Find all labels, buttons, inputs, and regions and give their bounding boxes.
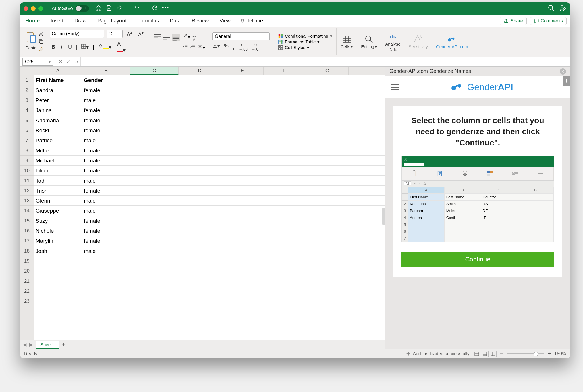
editing-group[interactable]: Editing ▾ xyxy=(357,34,381,49)
cell[interactable] xyxy=(300,276,343,286)
cell[interactable] xyxy=(215,236,258,246)
cell[interactable] xyxy=(258,186,300,195)
cell[interactable] xyxy=(258,276,300,286)
cell[interactable] xyxy=(300,206,343,216)
cell[interactable]: Becki xyxy=(34,125,82,135)
cell[interactable] xyxy=(173,145,215,155)
enter-formula-icon[interactable]: ✓ xyxy=(66,59,70,64)
cell[interactable] xyxy=(130,296,173,306)
align-bottom-icon[interactable] xyxy=(172,34,180,41)
zoom-level[interactable]: 150% xyxy=(554,351,566,356)
increase-indent-icon[interactable] xyxy=(190,44,195,51)
cell[interactable] xyxy=(34,276,82,286)
cell[interactable]: Josh xyxy=(34,246,82,256)
cell[interactable]: male xyxy=(82,135,130,145)
column-header[interactable]: F xyxy=(264,67,306,75)
comma-format-icon[interactable]: , xyxy=(233,43,235,51)
row-header[interactable]: 11 xyxy=(20,176,34,186)
cell[interactable] xyxy=(173,216,215,226)
cell[interactable] xyxy=(130,115,173,125)
cut-icon[interactable] xyxy=(38,31,44,37)
info-badge-icon[interactable]: i xyxy=(563,76,570,86)
number-format-select[interactable] xyxy=(212,32,270,40)
cell[interactable] xyxy=(173,75,215,85)
align-top-icon[interactable] xyxy=(153,34,161,41)
cell[interactable] xyxy=(130,156,173,165)
row-header[interactable]: 22 xyxy=(20,286,34,296)
cell[interactable] xyxy=(173,246,215,256)
font-size-select[interactable] xyxy=(107,30,123,38)
autosave-toggle[interactable]: OFF xyxy=(75,5,89,12)
zoom-out-button[interactable]: − xyxy=(500,350,503,357)
cell[interactable] xyxy=(215,266,258,276)
italic-button[interactable]: I xyxy=(59,44,64,51)
cell[interactable] xyxy=(300,135,343,145)
cell[interactable] xyxy=(173,166,215,175)
normal-view-icon[interactable] xyxy=(473,351,480,357)
decrease-decimal-icon[interactable]: .00→.0 xyxy=(252,43,258,51)
row-header[interactable]: 16 xyxy=(20,226,34,236)
row-header[interactable]: 3 xyxy=(20,95,34,105)
row-header[interactable]: 9 xyxy=(20,156,34,166)
cell[interactable]: female xyxy=(82,125,130,135)
align-middle-icon[interactable] xyxy=(163,34,171,41)
ribbon-tab-insert[interactable]: Insert xyxy=(49,15,65,26)
cell[interactable]: female xyxy=(82,226,130,236)
cell[interactable] xyxy=(258,206,300,216)
formula-bar[interactable] xyxy=(80,57,570,66)
ribbon-tab-data[interactable]: Data xyxy=(168,15,182,26)
align-left-icon[interactable] xyxy=(153,42,161,50)
cell[interactable] xyxy=(215,196,258,205)
cell[interactable] xyxy=(130,256,173,266)
cell[interactable] xyxy=(130,236,173,246)
cell[interactable]: Mittie xyxy=(34,145,82,155)
font-color-button[interactable]: A▾ xyxy=(115,40,127,54)
name-box[interactable]: C25▾ xyxy=(22,58,53,66)
cell[interactable]: female xyxy=(82,145,130,155)
bold-button[interactable]: B xyxy=(50,44,57,51)
cell[interactable]: Peter xyxy=(34,95,82,105)
cell[interactable] xyxy=(300,236,343,246)
cell[interactable] xyxy=(258,296,300,306)
cell[interactable] xyxy=(215,95,258,105)
cell[interactable] xyxy=(130,145,173,155)
cell[interactable] xyxy=(130,276,173,286)
cell[interactable] xyxy=(130,286,173,296)
cell[interactable] xyxy=(130,186,173,195)
format-painter-icon[interactable] xyxy=(38,46,44,53)
cell[interactable]: female xyxy=(82,156,130,165)
column-header[interactable]: A xyxy=(34,67,82,75)
cell[interactable] xyxy=(258,246,300,256)
undo-icon[interactable] xyxy=(134,5,140,12)
cell[interactable] xyxy=(130,85,173,95)
column-header[interactable]: G xyxy=(306,67,349,75)
row-header[interactable]: 8 xyxy=(20,145,34,156)
continue-button[interactable]: Continue xyxy=(401,252,554,267)
cell[interactable] xyxy=(173,105,215,115)
row-header[interactable]: 2 xyxy=(20,85,34,95)
row-header[interactable]: 13 xyxy=(20,196,34,206)
cell[interactable] xyxy=(173,296,215,306)
cell[interactable] xyxy=(173,256,215,266)
cell[interactable] xyxy=(258,196,300,205)
cell[interactable] xyxy=(215,145,258,155)
cell[interactable]: female xyxy=(82,216,130,226)
merge-center-icon[interactable]: ▾ xyxy=(198,44,205,51)
cell[interactable] xyxy=(130,75,173,85)
cell[interactable] xyxy=(300,246,343,256)
cell[interactable] xyxy=(300,125,343,135)
cell[interactable]: female xyxy=(82,236,130,246)
cells-group[interactable]: Cells ▾ xyxy=(337,34,357,49)
sheet-nav-prev-icon[interactable]: ◀ xyxy=(23,342,26,347)
fill-color-button[interactable]: ▾ xyxy=(96,43,113,51)
comments-button[interactable]: Comments xyxy=(530,17,567,25)
cell[interactable] xyxy=(82,296,130,306)
cell[interactable]: Patrice xyxy=(34,135,82,145)
cell[interactable] xyxy=(130,206,173,216)
cell[interactable] xyxy=(130,105,173,115)
cell[interactable] xyxy=(258,75,300,85)
sheet-nav-next-icon[interactable]: ▶ xyxy=(29,342,33,347)
cell[interactable] xyxy=(258,115,300,125)
cell[interactable] xyxy=(258,176,300,185)
row-header[interactable]: 1 xyxy=(20,75,34,85)
